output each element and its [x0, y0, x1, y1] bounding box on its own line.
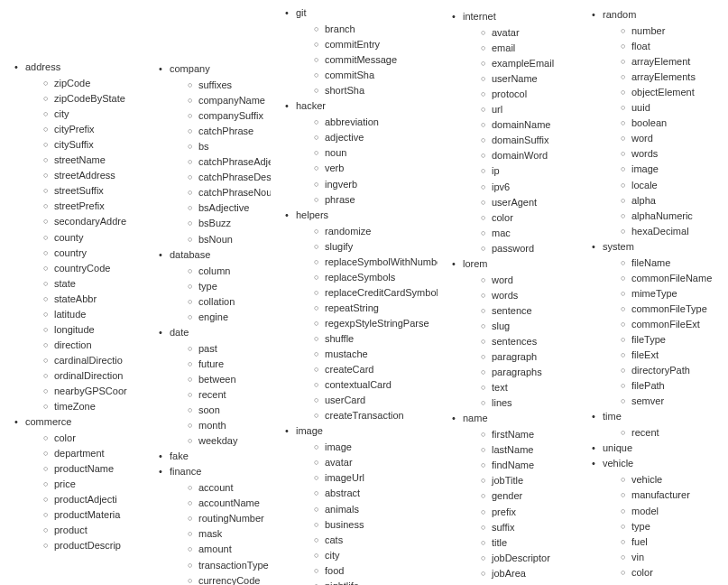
method-item[interactable]: protocol [481, 87, 577, 102]
method-item[interactable]: words [481, 288, 577, 303]
method-item[interactable]: adjective [314, 130, 438, 145]
method-item[interactable]: boolean [621, 116, 728, 131]
method-item[interactable]: replaceSymbolWithNumber [314, 255, 438, 270]
method-item[interactable]: catchPhraseDescriptor [188, 170, 271, 185]
category-label[interactable]: internet [463, 11, 496, 22]
method-item[interactable]: email [481, 41, 577, 56]
method-item[interactable]: slugify [314, 239, 438, 255]
method-item[interactable]: url [481, 102, 577, 117]
method-item[interactable]: mac [481, 226, 577, 241]
method-item[interactable]: sentences [481, 334, 577, 349]
method-item[interactable]: countryCode [43, 261, 144, 276]
method-item[interactable]: nightlife [314, 579, 438, 585]
method-item[interactable]: sentence [481, 303, 577, 319]
method-item[interactable]: streetName [43, 153, 144, 168]
method-item[interactable]: words [621, 146, 728, 162]
method-item[interactable]: productMateria [43, 507, 144, 523]
method-item[interactable]: timeZone [43, 399, 144, 414]
method-item[interactable]: fuel [621, 534, 728, 550]
method-item[interactable]: commitMessage [314, 52, 438, 68]
method-item[interactable]: account [188, 480, 271, 496]
method-item[interactable]: verb [314, 161, 438, 176]
method-item[interactable]: citySuffix [43, 137, 144, 153]
method-item[interactable]: commitSha [314, 68, 438, 83]
method-item[interactable]: amount [188, 542, 271, 557]
method-item[interactable]: streetAddress [43, 168, 144, 183]
method-item[interactable]: contextualCard [314, 377, 438, 393]
method-item[interactable]: directoryPath [621, 363, 728, 378]
method-item[interactable]: domainName [481, 117, 577, 133]
category-label[interactable]: vehicle [603, 458, 633, 469]
method-item[interactable]: weekday [188, 433, 271, 449]
method-item[interactable]: state [43, 276, 144, 292]
method-item[interactable]: vehicle [621, 472, 728, 488]
method-item[interactable]: firstName [481, 427, 577, 442]
category-label[interactable]: hacker [296, 100, 326, 111]
method-item[interactable]: exampleEmail [481, 56, 577, 71]
method-item[interactable]: productDescrip [43, 538, 144, 553]
method-item[interactable]: food [314, 563, 438, 579]
method-item[interactable]: city [314, 548, 438, 563]
method-item[interactable]: future [188, 357, 271, 372]
method-item[interactable]: type [188, 279, 271, 294]
method-item[interactable]: city [43, 107, 144, 122]
method-item[interactable]: filePath [621, 378, 728, 394]
method-item[interactable]: userAgent [481, 195, 577, 210]
method-item[interactable]: gender [481, 488, 577, 504]
method-item[interactable]: locale [621, 178, 728, 193]
method-item[interactable]: manufacturer [621, 488, 728, 503]
method-item[interactable]: image [314, 440, 438, 455]
method-item[interactable]: longitude [43, 322, 144, 338]
method-item[interactable]: abbreviation [314, 115, 438, 130]
method-item[interactable]: replaceCreditCardSymbols [314, 285, 438, 301]
method-item[interactable]: mimeType [621, 286, 728, 302]
method-item[interactable]: department [43, 446, 144, 461]
method-item[interactable]: nearbyGPSCoor [43, 384, 144, 399]
method-item[interactable]: streetSuffix [43, 183, 144, 199]
method-item[interactable]: float [621, 39, 728, 54]
category-label[interactable]: system [603, 241, 634, 252]
method-item[interactable]: commonFileType [621, 302, 728, 317]
method-item[interactable]: ordinalDirection [43, 368, 144, 384]
category-label[interactable]: finance [170, 466, 201, 477]
method-item[interactable]: userCard [314, 393, 438, 408]
category-label[interactable]: fake [170, 450, 189, 461]
method-item[interactable]: alphaNumeric [621, 209, 728, 224]
method-item[interactable]: price [43, 477, 144, 492]
method-item[interactable]: past [188, 341, 271, 357]
category-label[interactable]: time [603, 411, 622, 422]
method-item[interactable]: county [43, 230, 144, 246]
method-item[interactable]: jobDescriptor [481, 551, 577, 566]
category-label[interactable]: lorem [463, 258, 488, 269]
method-item[interactable]: catchPhraseAdjective [188, 154, 271, 170]
method-item[interactable]: bsBuzz [188, 216, 271, 231]
category-label[interactable]: address [25, 61, 60, 72]
method-item[interactable]: secondaryAddre [43, 214, 144, 229]
method-item[interactable]: jobTitle [481, 473, 577, 488]
method-item[interactable]: prefix [481, 505, 577, 520]
method-item[interactable]: color [621, 565, 728, 580]
method-item[interactable]: fileExt [621, 348, 728, 363]
method-item[interactable]: domainWord [481, 148, 577, 163]
method-item[interactable]: recent [621, 425, 728, 441]
method-item[interactable]: imageUrl [314, 470, 438, 486]
method-item[interactable]: phrase [314, 192, 438, 208]
method-item[interactable]: word [621, 131, 728, 146]
category-label[interactable]: name [463, 413, 488, 423]
method-item[interactable]: jobType [481, 581, 577, 585]
method-item[interactable]: commonFileExt [621, 317, 728, 332]
method-item[interactable]: branch [314, 22, 438, 37]
method-item[interactable]: createTransaction [314, 408, 438, 423]
method-item[interactable]: type [621, 519, 728, 534]
method-item[interactable]: color [481, 210, 577, 226]
method-item[interactable]: uuid [621, 100, 728, 116]
method-item[interactable]: objectElement [621, 85, 728, 100]
method-item[interactable]: shortSha [314, 83, 438, 98]
method-item[interactable]: repeatString [314, 301, 438, 316]
method-item[interactable]: abstract [314, 486, 438, 501]
method-item[interactable]: commonFileName [621, 271, 728, 286]
method-item[interactable]: engine [188, 310, 271, 325]
method-item[interactable]: paragraphs [481, 365, 577, 380]
method-item[interactable]: transactionType [188, 558, 271, 573]
method-item[interactable]: image [621, 162, 728, 177]
